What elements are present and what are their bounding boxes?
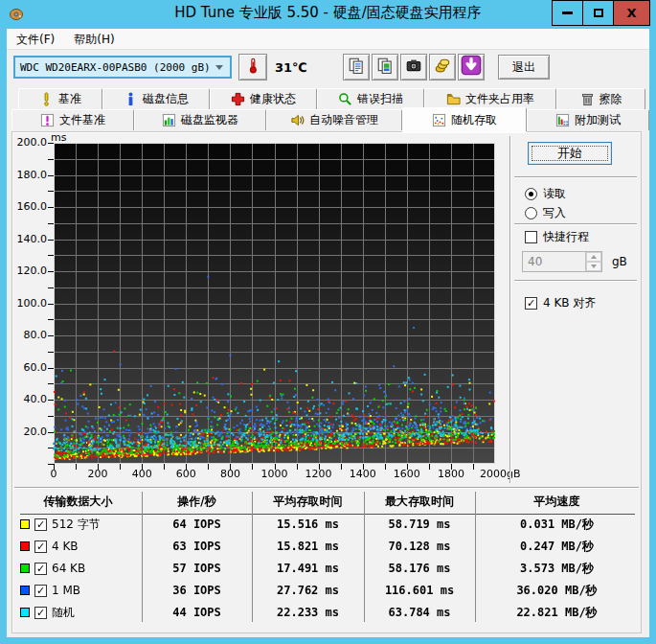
maximize-button[interactable] bbox=[582, 0, 614, 26]
series-checkbox[interactable]: ✓ bbox=[34, 585, 47, 597]
divider-horizontal bbox=[14, 487, 639, 489]
random-access-icon bbox=[432, 113, 446, 127]
tab-擦除[interactable]: 擦除 bbox=[556, 88, 645, 109]
download-button[interactable] bbox=[458, 54, 485, 80]
tab-附加测试[interactable]: 附加测试 bbox=[527, 109, 649, 130]
y-tick-label: 140.0 bbox=[14, 233, 47, 245]
tab-磁盘监视器[interactable]: 磁盘监视器 bbox=[134, 109, 266, 130]
column-separator bbox=[364, 492, 365, 622]
table-header: 平均存取时间 bbox=[252, 494, 364, 510]
tab-row-1: 基准磁盘信息健康状态错误扫描文件夹占用率擦除 bbox=[18, 88, 645, 109]
save-button[interactable] bbox=[429, 54, 456, 80]
series-cell: ✓4 KB bbox=[14, 540, 142, 553]
tab-错误扫描[interactable]: 错误扫描 bbox=[317, 88, 424, 109]
spinner-arrows[interactable] bbox=[585, 252, 601, 271]
series-label: 4 KB bbox=[52, 540, 79, 553]
iops-value: 64 IOPS bbox=[142, 518, 252, 531]
tab-文件夹占用率[interactable]: 文件夹占用率 bbox=[424, 88, 556, 109]
series-color-swatch bbox=[20, 541, 30, 551]
read-radio[interactable]: 读取 bbox=[525, 186, 566, 202]
radio-icon bbox=[525, 207, 537, 219]
tab-label: 基准 bbox=[58, 91, 81, 107]
max-value: 70.128 ms bbox=[364, 540, 475, 553]
avg-value: 17.491 ms bbox=[252, 562, 364, 575]
separator bbox=[514, 280, 637, 282]
x-tick-label: 1800 bbox=[438, 468, 464, 480]
speed-value: 36.020 MB/秒 bbox=[475, 583, 639, 599]
temperature-button[interactable] bbox=[238, 54, 267, 80]
short-stroke-size-spinner[interactable]: 40 bbox=[522, 251, 602, 272]
copy-image-icon bbox=[376, 57, 394, 78]
folder-icon bbox=[446, 92, 461, 106]
speed-value: 3.573 MB/秒 bbox=[475, 561, 639, 577]
table-row: ✓随机44 IOPS22.233 ms63.784 ms22.821 MB/秒 bbox=[14, 602, 641, 623]
table-row: ✓4 KB63 IOPS15.821 ms70.128 ms0.247 MB/秒 bbox=[14, 536, 641, 557]
copy-text-button[interactable] bbox=[343, 54, 370, 80]
tab-自动噪音管理[interactable]: 自动噪音管理 bbox=[266, 109, 402, 130]
tab-随机存取[interactable]: 随机存取 bbox=[402, 107, 527, 131]
tab-磁盘信息[interactable]: 磁盘信息 bbox=[102, 88, 210, 109]
series-checkbox[interactable]: ✓ bbox=[34, 563, 47, 575]
series-checkbox[interactable]: ✓ bbox=[34, 518, 47, 531]
align-4kb-checkbox[interactable]: ✓ 4 KB 对齐 bbox=[525, 295, 596, 311]
write-radio-label: 写入 bbox=[543, 205, 566, 221]
max-value: 58.719 ms bbox=[364, 518, 475, 531]
menu-item-file[interactable]: 文件(F) bbox=[7, 29, 64, 50]
spin-down-icon bbox=[591, 264, 597, 268]
screenshot-button[interactable] bbox=[400, 54, 427, 80]
read-radio-label: 读取 bbox=[543, 186, 566, 202]
x-tick-label: 1000 bbox=[261, 468, 288, 480]
latency-scatter-chart bbox=[48, 143, 495, 470]
x-tick-label: 1600 bbox=[394, 468, 420, 480]
series-checkbox[interactable]: ✓ bbox=[34, 607, 47, 619]
speed-value: 22.821 MB/秒 bbox=[475, 605, 639, 621]
maximize-icon bbox=[594, 9, 603, 17]
avg-value: 22.233 ms bbox=[252, 606, 364, 619]
write-radio[interactable]: 写入 bbox=[525, 205, 566, 221]
focus-rect bbox=[532, 146, 608, 161]
y-tick-label: 100.0 bbox=[14, 297, 47, 310]
tab-健康状态[interactable]: 健康状态 bbox=[210, 88, 317, 109]
start-button[interactable]: 开始 bbox=[528, 142, 612, 165]
temperature-value: 31℃ bbox=[275, 60, 307, 75]
y-tick-label: 160.0 bbox=[14, 200, 47, 213]
file-benchmark-icon bbox=[40, 113, 55, 127]
checkbox-checked-icon: ✓ bbox=[525, 297, 537, 310]
tab-基准[interactable]: 基准 bbox=[18, 88, 102, 109]
column-separator bbox=[252, 492, 253, 622]
iops-value: 63 IOPS bbox=[142, 540, 252, 553]
toolbar: WDC WD20EARX-00PASB0 (2000 gB) 31℃ 退出 bbox=[7, 50, 649, 88]
divider-vertical bbox=[509, 136, 511, 483]
speed-value: 0.247 MB/秒 bbox=[475, 539, 639, 555]
tab-label: 文件基准 bbox=[59, 112, 105, 128]
tab-label: 随机存取 bbox=[451, 112, 497, 128]
exit-button[interactable]: 退出 bbox=[498, 55, 550, 80]
drive-select[interactable]: WDC WD20EARX-00PASB0 (2000 gB) bbox=[13, 56, 232, 79]
series-checkbox[interactable]: ✓ bbox=[34, 540, 47, 553]
speed-value: 0.031 MB/秒 bbox=[475, 517, 639, 533]
series-color-swatch bbox=[20, 586, 30, 595]
max-value: 63.784 ms bbox=[364, 606, 475, 619]
menu-item-help[interactable]: 帮助(H) bbox=[64, 29, 124, 50]
copy-image-button[interactable] bbox=[372, 54, 398, 80]
series-cell: ✓随机 bbox=[14, 605, 142, 621]
minimize-button[interactable] bbox=[552, 0, 583, 26]
table-row: ✓1 MB36 IOPS27.762 ms116.601 ms36.020 MB… bbox=[14, 580, 641, 601]
menu-bar: 文件(F)帮助(H) bbox=[7, 29, 649, 50]
tab-文件基准[interactable]: 文件基准 bbox=[11, 109, 134, 130]
y-tick-label: 80.0 bbox=[14, 329, 47, 341]
drive-select-value: WDC WD20EARX-00PASB0 (2000 gB) bbox=[15, 61, 215, 74]
column-separator bbox=[475, 492, 476, 622]
thermometer-icon bbox=[244, 57, 261, 78]
y-tick-label: 20.0 bbox=[14, 426, 47, 438]
close-button[interactable]: X bbox=[613, 0, 650, 26]
spin-up-icon bbox=[591, 255, 597, 259]
separator bbox=[514, 223, 637, 225]
random-access-panel: ms 20.040.060.080.0100.0120.0140.0160.01… bbox=[11, 131, 642, 633]
app-window: HD Tune 专业版 5.50 - 硬盘/固态硬盘实用程序 X 文件(F)帮助… bbox=[0, 0, 656, 644]
series-color-swatch bbox=[20, 519, 30, 529]
chevron-down-icon bbox=[215, 65, 223, 70]
short-stroke-checkbox[interactable]: 快捷行程 bbox=[525, 229, 589, 245]
short-stroke-value: 40 bbox=[523, 252, 585, 271]
info-icon bbox=[124, 92, 138, 106]
